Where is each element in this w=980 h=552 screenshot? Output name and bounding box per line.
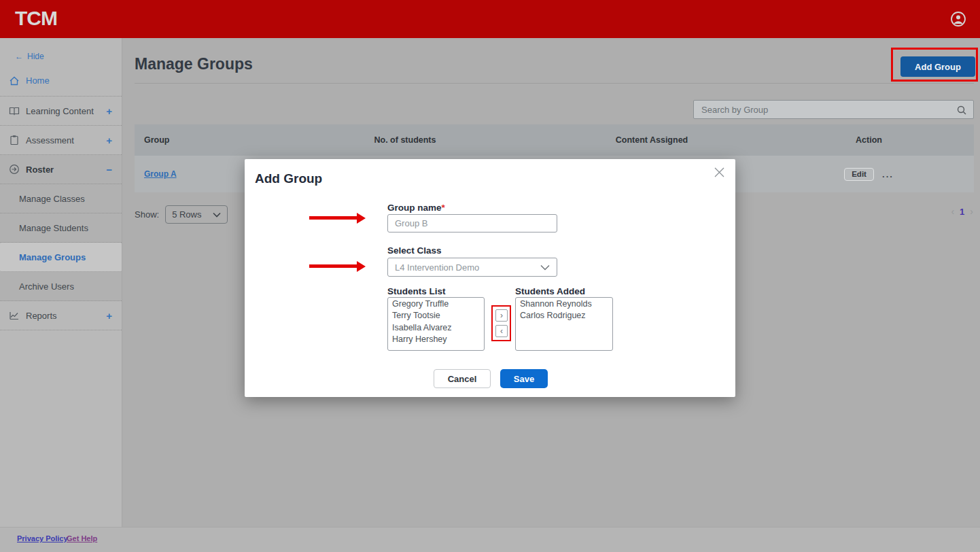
search-icon[interactable] bbox=[956, 105, 967, 116]
show-label: Show: bbox=[135, 209, 159, 220]
column-header-content: Content Assigned bbox=[540, 135, 764, 145]
get-help-link[interactable]: Get Help bbox=[67, 534, 97, 542]
sidebar-item-learning-content[interactable]: Learning Content + bbox=[0, 97, 122, 126]
required-asterisk: * bbox=[442, 203, 445, 213]
chevron-down-icon bbox=[540, 264, 550, 271]
privacy-policy-link[interactable]: Privacy Policy bbox=[17, 534, 68, 542]
pagination: ‹ 1 › bbox=[951, 206, 973, 217]
annotation-arrow-select-class bbox=[309, 264, 357, 268]
students-list-box[interactable]: Gregory Truffle Terry Tootsie Isabella A… bbox=[387, 297, 485, 351]
column-header-students: No. of students bbox=[270, 135, 540, 145]
prev-page-icon[interactable]: ‹ bbox=[951, 206, 954, 217]
plus-icon[interactable]: + bbox=[106, 135, 112, 146]
group-name-label: Group name* bbox=[387, 203, 445, 213]
annotation-arrow-group-name bbox=[309, 216, 357, 220]
sidebar-item-roster[interactable]: Roster − bbox=[0, 155, 122, 184]
students-added-label: Students Added bbox=[515, 286, 585, 296]
move-right-button[interactable]: › bbox=[495, 309, 508, 322]
move-left-button[interactable]: ‹ bbox=[495, 325, 508, 337]
clipboard-icon bbox=[9, 135, 20, 145]
action-cell: Edit ... bbox=[764, 168, 974, 181]
list-item[interactable]: Terry Tootsie bbox=[392, 310, 480, 322]
save-button[interactable]: Save bbox=[500, 369, 548, 388]
select-class-dropdown[interactable]: L4 Intervention Demo bbox=[387, 258, 557, 277]
footer: Privacy Policy Get Help bbox=[0, 527, 980, 552]
home-icon bbox=[9, 75, 20, 86]
book-icon bbox=[9, 105, 20, 116]
page-title: Manage Groups bbox=[135, 55, 253, 73]
roster-login-icon bbox=[9, 164, 20, 175]
sidebar-item-manage-classes[interactable]: Manage Classes bbox=[0, 184, 122, 213]
search-box bbox=[693, 100, 974, 119]
sidebar: ← Hide Home Learning Content + Assessmen… bbox=[0, 38, 122, 527]
plus-icon[interactable]: + bbox=[106, 310, 112, 322]
sidebar-item-assessment[interactable]: Assessment + bbox=[0, 126, 122, 155]
more-options-icon[interactable]: ... bbox=[882, 169, 894, 179]
cancel-button[interactable]: Cancel bbox=[434, 369, 491, 388]
sidebar-item-archive-users[interactable]: Archive Users bbox=[0, 272, 122, 301]
list-item[interactable]: Shannon Reynolds bbox=[520, 298, 608, 310]
list-item[interactable]: Carlos Rodriguez bbox=[520, 310, 608, 322]
table-header-row: Group No. of students Content Assigned A… bbox=[135, 124, 974, 156]
sidebar-roster-group: Roster − Manage Classes Manage Students … bbox=[0, 155, 122, 301]
edit-button[interactable]: Edit bbox=[844, 168, 874, 181]
search-input[interactable] bbox=[694, 101, 973, 118]
sidebar-item-manage-groups[interactable]: Manage Groups bbox=[0, 243, 122, 272]
chart-icon bbox=[9, 310, 20, 321]
tcm-logo: TCM bbox=[15, 7, 57, 30]
column-header-group: Group bbox=[135, 135, 270, 145]
sidebar-hide-link[interactable]: ← Hide bbox=[0, 38, 122, 65]
add-group-button[interactable]: Add Group bbox=[900, 56, 975, 77]
sidebar-item-home[interactable]: Home bbox=[0, 65, 122, 97]
add-group-modal: Add Group Group name* Select Class L4 In… bbox=[245, 159, 735, 397]
next-page-icon[interactable]: › bbox=[970, 206, 973, 217]
group-name-input[interactable] bbox=[387, 214, 557, 232]
select-class-label: Select Class bbox=[387, 245, 442, 256]
modal-title: Add Group bbox=[255, 171, 322, 186]
column-header-action: Action bbox=[764, 135, 974, 145]
plus-icon[interactable]: + bbox=[106, 105, 112, 117]
top-bar: TCM bbox=[0, 0, 980, 38]
students-added-box[interactable]: Shannon Reynolds Carlos Rodriguez bbox=[515, 297, 613, 351]
user-avatar-icon[interactable] bbox=[950, 11, 966, 27]
list-item[interactable]: Isabella Alvarez bbox=[392, 322, 480, 334]
rows-per-page: Show: 5 Rows bbox=[135, 205, 228, 224]
minus-icon[interactable]: − bbox=[106, 164, 112, 175]
page-number[interactable]: 1 bbox=[960, 207, 964, 217]
chevron-down-icon bbox=[213, 212, 221, 218]
close-icon[interactable] bbox=[714, 167, 725, 178]
sidebar-item-manage-students[interactable]: Manage Students bbox=[0, 213, 122, 243]
students-list-label: Students List bbox=[387, 286, 446, 296]
sidebar-item-reports[interactable]: Reports + bbox=[0, 301, 122, 330]
list-item[interactable]: Gregory Truffle bbox=[392, 298, 480, 310]
arrow-left-icon: ← bbox=[15, 52, 23, 61]
list-item[interactable]: Harry Hershey bbox=[392, 334, 480, 345]
title-divider bbox=[135, 83, 974, 84]
rows-per-page-select[interactable]: 5 Rows bbox=[165, 205, 228, 224]
